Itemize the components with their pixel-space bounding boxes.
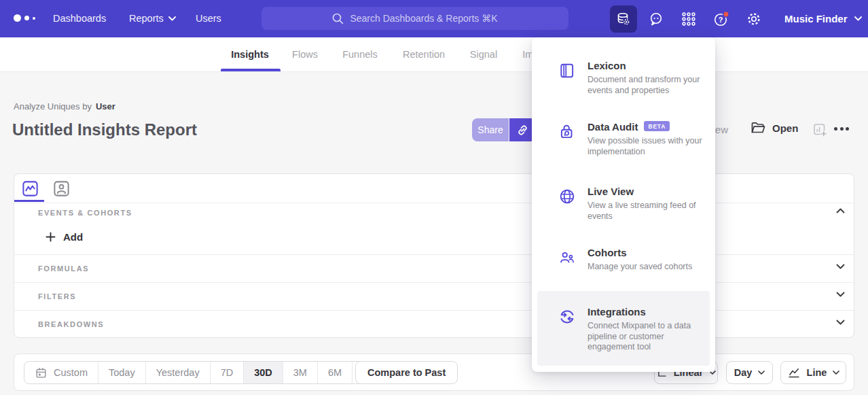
date-range-today[interactable]: Today	[98, 362, 146, 383]
date-range-3m[interactable]: 3M	[283, 362, 318, 383]
svg-text:?: ?	[719, 16, 723, 24]
formulas-section-expand-button[interactable]	[836, 264, 845, 269]
date-range-segmented-control: Custom Today Yesterday 7D 30D 3M 6M 12M	[24, 361, 393, 384]
chevron-down-icon	[854, 16, 862, 21]
analyze-subtitle: Analyze Uniques byUser	[14, 101, 115, 111]
tab-signal[interactable]: Signal	[470, 37, 497, 72]
more-options-button[interactable]	[834, 127, 849, 131]
tab-funnels-label: Funnels	[342, 49, 378, 60]
add-label: Add	[63, 231, 83, 243]
data-management-dropdown-panel: Lexicon Document and transform your even…	[532, 37, 715, 372]
active-tab-indicator	[221, 69, 281, 71]
today-label: Today	[109, 367, 135, 378]
tab-flows[interactable]: Flows	[292, 37, 318, 72]
divider	[14, 203, 854, 203]
integrations-description: Connect Mixpanel to a data pipeline or c…	[587, 321, 711, 353]
page-title[interactable]: Untitled Insights Report	[12, 120, 197, 139]
dot-icon	[846, 127, 849, 131]
date-range-30d-selected[interactable]: 30D	[244, 362, 283, 383]
tab-funnels[interactable]: Funnels	[342, 37, 378, 72]
cohorts-people-icon	[558, 249, 576, 267]
nav-item-reports[interactable]: Reports	[129, 0, 176, 37]
menu-item-data-audit[interactable]: Data Audit BETA View possible issues wit…	[532, 121, 715, 172]
active-view-indicator	[14, 200, 44, 202]
filters-section-expand-button[interactable]	[836, 292, 845, 297]
share-button[interactable]: Share	[472, 118, 509, 141]
compare-to-past-button[interactable]: Compare to Past	[355, 361, 458, 384]
menu-item-live-view[interactable]: Live View View a live streaming feed of …	[532, 186, 715, 233]
line-chart-tab-icon	[21, 179, 39, 198]
add-to-board-button[interactable]	[812, 122, 828, 138]
breakdowns-section-expand-button[interactable]	[836, 320, 845, 325]
live-view-description: View a live streaming feed of events	[587, 201, 711, 222]
settings-button[interactable]	[740, 5, 767, 33]
beta-badge: BETA	[644, 121, 670, 131]
chevron-up-icon	[836, 208, 845, 213]
mixpanel-logo-icon[interactable]	[14, 14, 35, 22]
breakdowns-section-label: BREAKDOWNS	[38, 320, 104, 328]
top-navigation-bar: Dashboards Reports Users Search Dashboar…	[0, 0, 868, 37]
integrations-sync-icon	[558, 308, 576, 326]
chart-type-label: Line	[807, 367, 827, 378]
report-tabs-bar: Insights Flows Funnels Retention Signal …	[0, 37, 868, 72]
cohorts-title: Cohorts	[587, 247, 627, 258]
search-input[interactable]: Search Dashboards & Reports ⌘K	[261, 7, 568, 30]
analyze-prefix-label: Analyze Uniques by	[14, 101, 92, 111]
menu-item-cohorts[interactable]: Cohorts Manage your saved cohorts	[532, 247, 715, 288]
display-controls-card: Custom Today Yesterday 7D 30D 3M 6M 12M …	[14, 354, 854, 391]
dot-icon	[834, 127, 837, 131]
date-range-yesterday[interactable]: Yesterday	[146, 362, 211, 383]
divider	[14, 254, 854, 255]
nav-reports-label: Reports	[129, 0, 164, 37]
grid-dots-icon	[681, 11, 697, 27]
6m-label: 6M	[328, 367, 342, 378]
metrics-view-tab[interactable]	[20, 178, 40, 199]
help-button[interactable]: ?	[708, 5, 735, 33]
nav-item-users[interactable]: Users	[196, 0, 221, 37]
lexicon-book-icon	[558, 62, 576, 80]
tab-retention[interactable]: Retention	[403, 37, 445, 72]
tab-insights[interactable]: Insights	[231, 37, 269, 72]
users-view-tab[interactable]	[51, 178, 71, 199]
calendar-icon	[35, 366, 48, 379]
chevron-down-icon	[168, 16, 176, 21]
tab-flows-label: Flows	[292, 49, 318, 60]
menu-item-integrations[interactable]: Integrations Connect Mixpanel to a data …	[537, 291, 710, 366]
interval-label: Day	[734, 367, 753, 378]
plus-icon	[46, 232, 56, 242]
yesterday-label: Yesterday	[156, 367, 200, 378]
search-placeholder: Search Dashboards & Reports ⌘K	[350, 13, 497, 24]
project-switcher[interactable]: Music Finder	[784, 0, 862, 37]
line-chart-icon	[787, 366, 801, 379]
events-cohorts-section-label: EVENTS & COHORTS	[38, 209, 132, 217]
filters-section-label: FILTERS	[38, 292, 76, 300]
7d-label: 7D	[221, 367, 234, 378]
lexicon-title: Lexicon	[587, 60, 626, 71]
open-report-button[interactable]: Open	[751, 121, 798, 135]
nav-item-dashboards[interactable]: Dashboards	[53, 0, 106, 37]
date-range-7d[interactable]: 7D	[211, 362, 245, 383]
chevron-down-icon	[836, 292, 845, 297]
help-icon: ?	[712, 10, 730, 28]
apps-grid-button[interactable]	[675, 5, 702, 33]
lexicon-description: Document and transform your events and p…	[587, 75, 711, 96]
date-range-custom[interactable]: Custom	[24, 362, 98, 383]
chevron-down-icon	[758, 371, 765, 375]
project-name-label: Music Finder	[784, 13, 848, 24]
feedback-button[interactable]	[643, 5, 670, 33]
chat-bubble-icon	[648, 11, 664, 27]
date-range-6m[interactable]: 6M	[318, 362, 352, 383]
interval-dropdown[interactable]: Day	[726, 361, 773, 384]
chevron-down-icon	[836, 264, 845, 269]
events-section-collapse-button[interactable]	[836, 208, 845, 213]
add-event-button[interactable]: Add	[46, 231, 83, 243]
chevron-down-icon	[833, 371, 839, 375]
compare-label: Compare to Past	[367, 367, 446, 378]
data-management-button[interactable]	[610, 5, 637, 33]
data-audit-description: View possible issues with your implement…	[587, 136, 711, 157]
chart-type-dropdown[interactable]: Line	[780, 361, 846, 384]
menu-item-lexicon[interactable]: Lexicon Document and transform your even…	[532, 60, 715, 107]
database-gear-icon	[615, 11, 632, 27]
analyze-entity-value[interactable]: User	[96, 101, 115, 111]
30d-label: 30D	[254, 367, 272, 378]
